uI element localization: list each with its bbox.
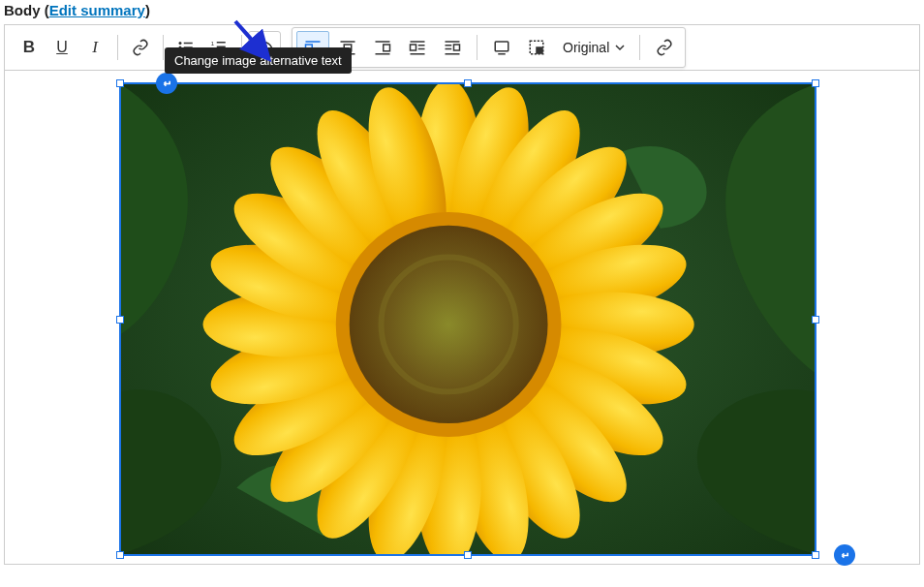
image-size-label: Original bbox=[563, 40, 609, 55]
content-image[interactable] bbox=[121, 84, 815, 554]
bold-button[interactable]: B bbox=[13, 31, 46, 64]
alt-text-tooltip: Change image alternative text bbox=[165, 47, 352, 74]
image-size-dropdown[interactable]: Original bbox=[555, 31, 631, 64]
image-link-button[interactable] bbox=[648, 31, 681, 64]
svg-text:1: 1 bbox=[211, 41, 215, 46]
resize-handle-top-right[interactable] bbox=[812, 79, 819, 87]
separator bbox=[117, 35, 118, 60]
paragraph-after-handle[interactable] bbox=[834, 544, 855, 566]
align-wrap-right-button[interactable] bbox=[436, 31, 469, 64]
svg-rect-26 bbox=[418, 48, 425, 50]
svg-rect-32 bbox=[446, 53, 460, 55]
italic-button[interactable]: I bbox=[78, 31, 111, 64]
separator bbox=[639, 35, 640, 60]
svg-rect-20 bbox=[376, 41, 390, 43]
toolbar: B U I 1 2 bbox=[5, 25, 919, 71]
chevron-down-icon bbox=[614, 42, 626, 53]
selected-image-frame[interactable] bbox=[119, 82, 816, 556]
svg-point-1 bbox=[179, 42, 182, 45]
return-icon bbox=[161, 77, 173, 90]
align-break-right-icon bbox=[374, 39, 391, 56]
image-resize-button[interactable] bbox=[520, 31, 553, 64]
editor-body[interactable] bbox=[5, 71, 919, 564]
align-wrap-left-icon bbox=[409, 39, 426, 56]
svg-rect-23 bbox=[411, 41, 425, 43]
resize-icon bbox=[528, 39, 545, 56]
resize-handle-middle-right[interactable] bbox=[812, 316, 819, 324]
svg-rect-22 bbox=[376, 53, 390, 55]
svg-rect-2 bbox=[184, 43, 193, 45]
monitor-icon bbox=[493, 39, 510, 56]
align-break-right-button[interactable] bbox=[366, 31, 399, 64]
svg-rect-27 bbox=[411, 53, 425, 55]
paragraph-before-handle[interactable] bbox=[156, 73, 177, 94]
svg-rect-25 bbox=[418, 45, 425, 46]
svg-rect-30 bbox=[446, 45, 452, 46]
field-label: Body bbox=[4, 2, 41, 18]
svg-rect-8 bbox=[217, 42, 226, 44]
svg-rect-29 bbox=[454, 45, 460, 50]
svg-rect-14 bbox=[306, 41, 321, 43]
image-fullwidth-button[interactable] bbox=[485, 31, 518, 64]
svg-rect-17 bbox=[341, 41, 355, 43]
resize-handle-bottom-middle[interactable] bbox=[464, 551, 472, 559]
separator bbox=[163, 35, 164, 60]
field-header: Body (Edit summary) bbox=[4, 2, 920, 18]
svg-rect-28 bbox=[446, 41, 460, 43]
edit-summary-link[interactable]: Edit summary bbox=[49, 2, 145, 18]
editor-container: B U I 1 2 bbox=[4, 24, 920, 565]
resize-handle-top-left[interactable] bbox=[116, 79, 124, 87]
resize-handle-middle-left[interactable] bbox=[116, 316, 124, 324]
align-wrap-right-icon bbox=[444, 39, 461, 56]
underline-button[interactable]: U bbox=[46, 31, 78, 64]
svg-rect-33 bbox=[495, 42, 508, 51]
svg-rect-24 bbox=[411, 45, 416, 50]
link-icon bbox=[132, 39, 149, 56]
return-icon bbox=[839, 549, 851, 562]
resize-handle-bottom-left[interactable] bbox=[116, 551, 124, 559]
link-icon bbox=[656, 39, 673, 56]
svg-rect-21 bbox=[384, 45, 390, 51]
resize-handle-bottom-right[interactable] bbox=[812, 551, 819, 559]
svg-rect-31 bbox=[446, 48, 452, 50]
align-wrap-left-button[interactable] bbox=[401, 31, 434, 64]
separator bbox=[477, 35, 477, 60]
resize-handle-top-middle[interactable] bbox=[464, 79, 472, 87]
link-button[interactable] bbox=[124, 31, 157, 64]
svg-rect-36 bbox=[536, 46, 543, 54]
